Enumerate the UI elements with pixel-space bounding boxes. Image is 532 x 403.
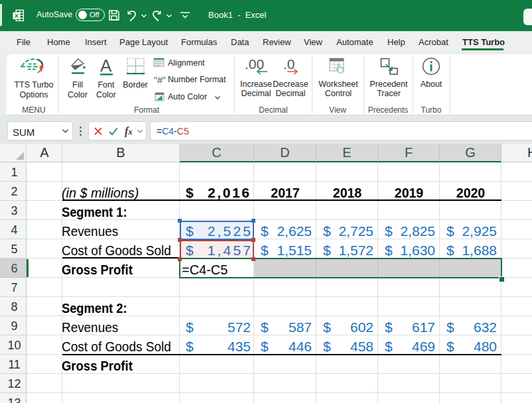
svg-text:A: A: [100, 57, 112, 76]
svg-text:X: X: [15, 13, 19, 19]
